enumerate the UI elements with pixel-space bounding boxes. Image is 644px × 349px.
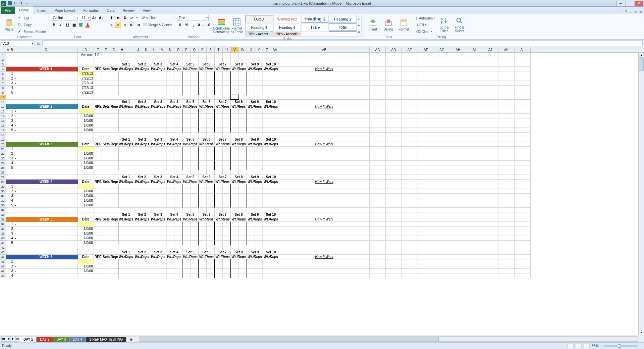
cell-styles-gallery[interactable]: Output Warning Text Heading 1 Heading 2 … (245, 15, 357, 37)
cell[interactable] (263, 231, 271, 236)
cell[interactable]: Set 8 (231, 175, 247, 180)
cell[interactable] (191, 269, 199, 273)
cell[interactable]: 1/0/00 (78, 231, 94, 236)
cell[interactable] (215, 222, 223, 227)
cell[interactable] (247, 241, 255, 245)
decrease-indent-button[interactable]: ⇤ (128, 22, 135, 28)
cell[interactable]: Wt./Reps (182, 217, 199, 222)
cell[interactable] (158, 57, 166, 62)
cell[interactable] (10, 208, 14, 212)
cell[interactable] (207, 227, 215, 231)
cell[interactable] (386, 95, 402, 100)
cell[interactable] (102, 241, 110, 245)
cell[interactable] (158, 114, 166, 118)
cell[interactable]: 1/0/00 (78, 128, 94, 133)
cell[interactable] (370, 269, 386, 273)
cell[interactable] (279, 57, 370, 62)
cell[interactable] (271, 222, 279, 227)
cell[interactable] (182, 184, 191, 189)
cell[interactable] (279, 264, 370, 269)
cell[interactable] (482, 71, 498, 76)
row-header[interactable]: 45 (0, 259, 6, 264)
cell[interactable]: Wt./Reps (231, 217, 247, 222)
style-gallery-scroll[interactable]: ▴▾⠿ (357, 15, 362, 37)
cell[interactable] (263, 203, 271, 208)
cell[interactable] (126, 123, 134, 128)
align-left-button[interactable]: ≡ (108, 22, 114, 28)
cell[interactable] (102, 245, 110, 250)
cell[interactable] (6, 264, 10, 269)
cell[interactable] (174, 147, 182, 151)
cell[interactable] (255, 71, 263, 76)
cell[interactable] (6, 269, 10, 273)
cell[interactable] (386, 269, 402, 273)
cell[interactable] (370, 245, 386, 250)
cell[interactable] (482, 147, 498, 151)
cell[interactable] (247, 147, 255, 151)
row-header[interactable]: 34 (0, 208, 6, 212)
maximize-button[interactable]: ▭ (626, 1, 634, 6)
cell[interactable] (142, 184, 150, 189)
cell[interactable] (223, 109, 231, 114)
cell[interactable] (450, 273, 466, 278)
cell[interactable] (126, 227, 134, 231)
cell[interactable] (482, 198, 498, 203)
cell[interactable] (94, 245, 102, 250)
cell[interactable] (150, 81, 158, 86)
cell[interactable] (402, 198, 418, 203)
cell[interactable]: Wt./Reps (199, 104, 215, 109)
cell[interactable] (255, 227, 263, 231)
cell[interactable] (450, 236, 466, 241)
row-header[interactable]: 11 (0, 100, 6, 104)
cell[interactable] (94, 128, 102, 133)
grow-font-button[interactable]: A↑ (91, 15, 97, 21)
cell[interactable] (255, 189, 263, 194)
cell[interactable] (158, 76, 166, 81)
cell[interactable] (466, 57, 482, 62)
cell[interactable] (418, 123, 434, 128)
cell[interactable] (166, 259, 174, 264)
cell[interactable] (110, 86, 118, 90)
cell[interactable] (450, 189, 466, 194)
cell[interactable] (402, 259, 418, 264)
cell[interactable] (102, 269, 110, 273)
cell[interactable] (279, 203, 370, 208)
cell[interactable] (498, 133, 515, 137)
cell[interactable] (94, 86, 102, 90)
cell[interactable]: Set 2 (134, 250, 150, 255)
cell[interactable] (386, 100, 402, 104)
cell[interactable] (199, 95, 207, 100)
cell[interactable] (386, 255, 402, 259)
cell[interactable] (231, 123, 239, 128)
cell[interactable] (102, 118, 110, 123)
cell[interactable] (158, 156, 166, 161)
cell[interactable] (498, 147, 515, 151)
row-header[interactable]: 12 (0, 104, 6, 109)
cell[interactable] (223, 189, 231, 194)
cell[interactable] (434, 128, 450, 133)
cell[interactable]: 3 (10, 118, 14, 123)
cell[interactable] (370, 222, 386, 227)
cell[interactable] (247, 95, 255, 100)
cell[interactable] (191, 222, 199, 227)
cell[interactable] (498, 62, 515, 67)
cell[interactable] (402, 161, 418, 165)
cell[interactable] (247, 114, 255, 118)
cell[interactable] (223, 95, 231, 100)
cell[interactable] (182, 236, 191, 241)
cell[interactable]: Wt./Reps (134, 217, 150, 222)
cell[interactable] (118, 227, 126, 231)
cell[interactable] (515, 189, 531, 194)
cell[interactable] (515, 123, 531, 128)
cell[interactable]: Set 8 (231, 250, 247, 255)
cell[interactable] (386, 128, 402, 133)
cell[interactable] (263, 86, 271, 90)
cell[interactable] (126, 81, 134, 86)
cell[interactable]: 7/22/13 (78, 90, 94, 95)
cell[interactable] (418, 133, 434, 137)
cell[interactable] (434, 142, 450, 147)
cell[interactable] (498, 81, 515, 86)
cell[interactable] (418, 184, 434, 189)
cell[interactable] (223, 53, 231, 57)
cell[interactable] (199, 259, 207, 264)
